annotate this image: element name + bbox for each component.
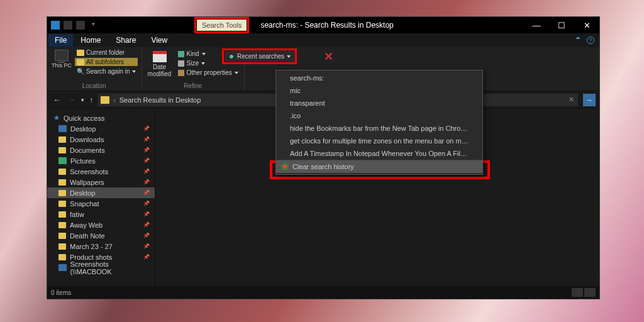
file-menu[interactable]: File xyxy=(48,34,73,47)
folder-icon xyxy=(58,201,66,207)
title-bar: ▾ Search Tools search-ms: - Search Resul… xyxy=(47,17,599,33)
sidebar-item-downloads[interactable]: Downloads📌 xyxy=(47,134,155,145)
sidebar-item-label: Pictures xyxy=(70,157,96,165)
recent-search-item[interactable]: search-ms: xyxy=(276,72,482,84)
sidebar-item-away-web[interactable]: Away Web📌 xyxy=(47,219,155,230)
folder-icon xyxy=(58,222,66,228)
pin-icon: 📌 xyxy=(143,243,150,249)
sidebar-item-screenshots[interactable]: Screenshots📌 xyxy=(47,166,155,177)
sidebar-item-snapchat[interactable]: Snapchat📌 xyxy=(47,198,155,209)
this-pc-label: This PC xyxy=(52,62,72,69)
quick-access[interactable]: ★Quick access xyxy=(47,113,155,123)
sidebar-item-wallpapers[interactable]: Wallpapers📌 xyxy=(47,177,155,187)
sidebar-item-screenshots-macbook[interactable]: Screenshots (\\MACBOOK xyxy=(47,262,155,273)
help-icon[interactable]: ? xyxy=(587,36,594,44)
group-refine-label: Refine xyxy=(146,81,240,89)
folder-icon xyxy=(58,190,66,196)
drive-icon xyxy=(58,264,67,271)
highlight-recent-searches: Recent searches xyxy=(222,48,297,64)
clear-search-history[interactable]: Clear search history xyxy=(276,160,482,173)
sidebar-item-fatiw[interactable]: fatiw📌 xyxy=(47,209,155,219)
folder-icon xyxy=(58,243,66,250)
date-modified-button[interactable]: Date modified xyxy=(146,48,174,77)
qat-icon-2[interactable] xyxy=(76,21,85,30)
recent-search-item[interactable]: .ico xyxy=(276,109,482,122)
search-icon: 🔍 xyxy=(77,68,84,75)
recent-searches-dropdown: search-ms:mictransparent.icohide the Boo… xyxy=(275,70,483,175)
recent-search-item[interactable]: get clocks for multiple time zones on th… xyxy=(276,135,482,147)
pin-icon: 📌 xyxy=(143,233,150,238)
view-large-button[interactable] xyxy=(584,288,596,297)
maximize-button[interactable]: ☐ xyxy=(549,17,574,33)
pin-icon: 📌 xyxy=(143,222,150,228)
folder-icon xyxy=(58,147,66,153)
pin-icon: 📌 xyxy=(143,136,150,142)
pin-icon: 📌 xyxy=(143,179,150,185)
recent-icon xyxy=(228,53,235,60)
all-subfolders-button[interactable]: All subfolders xyxy=(75,58,138,66)
close-search-icon[interactable]: ✕ xyxy=(324,50,333,64)
folder-icon xyxy=(58,169,66,175)
size-icon xyxy=(178,60,184,67)
recent-search-item[interactable]: hide the Bookmarks bar from the New Tab … xyxy=(276,122,482,135)
item-count: 0 items xyxy=(51,289,71,296)
folder-icon xyxy=(58,254,66,260)
sidebar-item-label: Screenshots xyxy=(70,168,108,175)
pin-icon: 📌 xyxy=(143,147,150,153)
clear-search-icon[interactable]: ✕ xyxy=(569,96,574,104)
minimize-button[interactable]: — xyxy=(524,17,549,33)
recent-search-item[interactable]: mic xyxy=(276,84,482,97)
nav-back[interactable]: ← xyxy=(51,96,64,104)
sidebar-item-label: Downloads xyxy=(70,136,104,143)
this-pc-button[interactable]: This PC xyxy=(51,48,72,69)
close-button[interactable]: ✕ xyxy=(574,17,599,33)
nav-up[interactable]: ↑ xyxy=(87,96,96,104)
tab-home[interactable]: Home xyxy=(73,34,108,47)
recent-search-item[interactable]: Add A Timestamp In Notepad Whenever You … xyxy=(276,147,482,160)
sidebar-item-label: Desktop xyxy=(70,125,96,133)
sidebar-item-label: fatiw xyxy=(70,211,84,218)
highlight-search-tools: Search Tools xyxy=(194,17,249,33)
sidebar-item-march-23-27[interactable]: March 23 - 27📌 xyxy=(47,241,155,252)
nav-history-dropdown[interactable]: ▾ xyxy=(81,97,84,103)
props-icon xyxy=(178,70,184,76)
sidebar-item-desktop[interactable]: Desktop📌 xyxy=(47,187,155,198)
folder-icon xyxy=(77,59,84,65)
qat-icon-1[interactable] xyxy=(64,21,72,30)
pin-icon: 📌 xyxy=(143,190,150,196)
pin-icon: 📌 xyxy=(143,158,150,164)
sidebar-item-pictures[interactable]: Pictures📌 xyxy=(47,155,155,166)
group-location-label: Location xyxy=(51,81,138,89)
chevron-down-icon xyxy=(287,55,291,58)
pin-icon: 📌 xyxy=(143,169,150,174)
nav-forward[interactable]: → xyxy=(66,96,79,104)
context-tab-search-tools[interactable]: Search Tools xyxy=(197,19,247,31)
pc-icon xyxy=(55,50,69,61)
view-details-button[interactable] xyxy=(572,288,583,297)
window-title: search-ms: - Search Results in Desktop xyxy=(260,21,524,30)
recent-search-item[interactable]: transparent xyxy=(276,97,482,109)
collapse-ribbon-icon[interactable] xyxy=(575,36,580,39)
sidebar-item-label: Wallpapers xyxy=(70,179,104,186)
sidebar-item-desktop[interactable]: Desktop📌 xyxy=(47,123,155,134)
qat-dropdown[interactable]: ▾ xyxy=(89,21,97,30)
sidebar-item-label: Away Web xyxy=(70,221,103,229)
pin-icon: 📌 xyxy=(143,254,150,260)
other-props-button[interactable]: Other properties xyxy=(176,69,240,77)
sidebar-item-label: March 23 - 27 xyxy=(70,243,113,250)
recent-searches-button[interactable]: Recent searches xyxy=(225,51,294,62)
current-folder-button[interactable]: Current folder xyxy=(75,48,138,57)
file-explorer-window: ▾ Search Tools search-ms: - Search Resul… xyxy=(47,16,600,299)
folder-icon xyxy=(101,96,109,104)
pin-icon: 📌 xyxy=(143,211,150,217)
tab-view[interactable]: View xyxy=(143,34,175,47)
search-again-button[interactable]: 🔍Search again in xyxy=(75,67,138,75)
sidebar-item-documents[interactable]: Documents📌 xyxy=(47,145,155,155)
calendar-icon xyxy=(153,51,167,62)
go-button[interactable]: → xyxy=(583,94,596,106)
folder-icon xyxy=(58,179,66,186)
sidebar-item-label: Snapchat xyxy=(70,200,99,208)
pin-icon: 📌 xyxy=(143,201,150,206)
sidebar-item-death-note[interactable]: Death Note📌 xyxy=(47,230,155,241)
tab-share[interactable]: Share xyxy=(108,34,143,47)
